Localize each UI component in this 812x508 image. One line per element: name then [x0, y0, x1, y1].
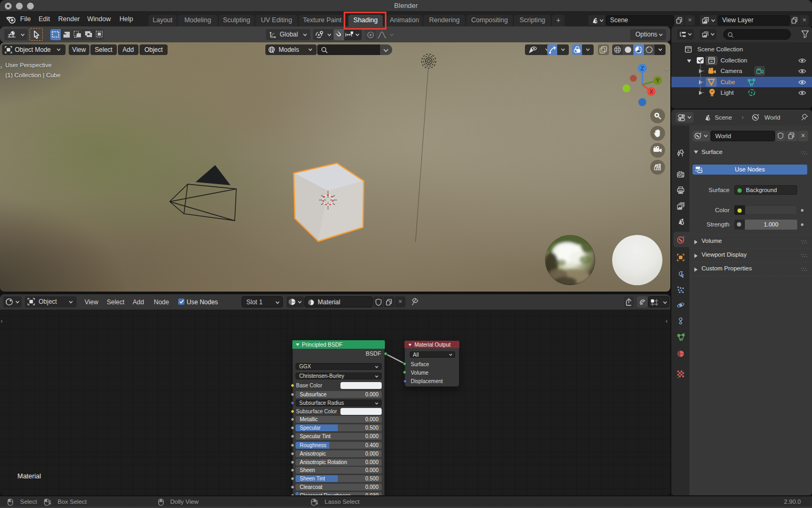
svg-text:X: X [650, 89, 653, 95]
svg-text:Z: Z [641, 66, 644, 71]
svg-text:Y: Y [656, 78, 660, 84]
